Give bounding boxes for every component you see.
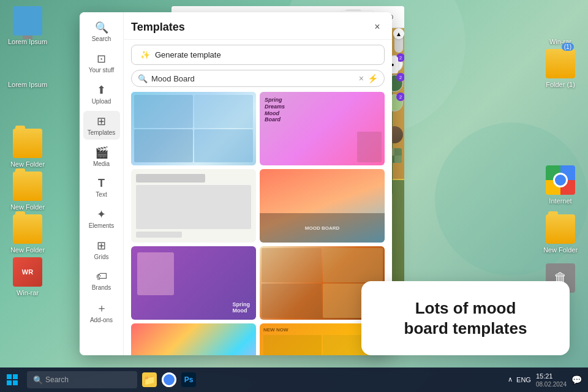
desktop-icon-lorem1[interactable]: Lorem Ipsum: [6, 49, 49, 89]
tooltip-line2: board templates: [404, 319, 527, 337]
template-thumb-4[interactable]: MOOD BOARD: [260, 169, 385, 243]
folder-stack-label: Folder (1): [546, 81, 575, 89]
taskbar-chrome-icon[interactable]: [162, 372, 176, 387]
folder3-label: New Folder: [10, 246, 45, 254]
desktop-icon-folder2[interactable]: New Folder: [6, 172, 49, 211]
tooltip-text: Lots of mood board templates: [404, 299, 527, 337]
desktop-icon-lorem2[interactable]: New Folder: [6, 129, 49, 168]
desktop-icon-folder-stack[interactable]: Folder (1): [539, 49, 582, 89]
lorem1-label: Lorem Ipsum: [8, 81, 47, 89]
template-thumb-5[interactable]: SpringMood: [131, 246, 256, 320]
sidebar-label-text: Text: [96, 191, 107, 198]
addons-icon: ＋: [96, 301, 107, 315]
sidebar-item-templates[interactable]: ⊞ Templates: [83, 111, 120, 140]
swatch-badge-3: 2: [396, 92, 404, 101]
desktop-icon-folder-r2[interactable]: New Folder: [539, 214, 582, 254]
taskbar-search[interactable]: 🔍 Search: [27, 371, 137, 388]
date-display: 08.02.2024: [536, 381, 567, 388]
svg-rect-1: [13, 374, 18, 379]
winrar-label: Win-rar: [17, 289, 39, 297]
taskbar-tray: ∧ ENG: [508, 375, 531, 383]
filter-icon[interactable]: ⚡: [368, 74, 378, 83]
desktop-icon-monitor[interactable]: Lorem Ipsum: [6, 6, 49, 46]
taskbar-folder-icon[interactable]: 📁: [142, 372, 157, 387]
generate-icon: ✨: [140, 50, 150, 59]
language-indicator: ENG: [516, 376, 531, 383]
folder-stack-icon: [546, 49, 575, 78]
generate-template-button[interactable]: ✨ Generate template: [131, 45, 385, 65]
desktop-icon-winrar-r[interactable]: Win-rar: [539, 6, 582, 46]
search-input[interactable]: [151, 74, 355, 83]
sidebar-label-search: Search: [92, 36, 111, 42]
panel-close-button[interactable]: ×: [370, 20, 385, 34]
sidebar-item-media[interactable]: 🎬 Media: [83, 142, 120, 171]
search-bar: 🔍 × ⚡: [131, 70, 385, 87]
folder1-label: New Folder: [10, 160, 45, 168]
windows-icon: [7, 374, 18, 385]
clock: 15:21 08.02.2024: [536, 372, 567, 387]
swatch-badge-2: 2: [396, 73, 404, 81]
tooltip-line1: Lots of mood: [415, 299, 516, 317]
templates-main: Templates × ✨ Generate template 🔍 × ⚡: [124, 12, 392, 355]
svg-rect-3: [13, 380, 18, 385]
winrar-multi-icon-1: [13, 49, 42, 78]
tray-arrow[interactable]: ∧: [508, 375, 513, 383]
sidebar-item-brands[interactable]: 🏷 Brands: [83, 266, 120, 295]
taskbar-right: ∧ ENG 15:21 08.02.2024 💬: [508, 372, 588, 387]
notification-icon[interactable]: 💬: [571, 375, 582, 385]
search-clear-button[interactable]: ×: [359, 74, 364, 83]
templates-panel: 🔍 Search ⊡ Your stuff ⬆ Upload ⊞ Templat…: [80, 12, 392, 355]
sidebar-item-text[interactable]: T Text: [83, 173, 120, 202]
sidebar-item-search[interactable]: 🔍 Search: [83, 17, 120, 46]
template-thumb-3[interactable]: [131, 169, 256, 243]
desktop-icon-folder3[interactable]: New Folder: [6, 214, 49, 254]
winrar-icon-left: WR: [13, 257, 42, 287]
sidebar: 🔍 Search ⊡ Your stuff ⬆ Upload ⊞ Templat…: [80, 12, 124, 355]
grids-icon: ⊞: [97, 239, 106, 252]
internet-label: Internet: [549, 197, 571, 205]
start-button[interactable]: [0, 368, 24, 392]
tooltip-bubble: Lots of mood board templates: [361, 281, 570, 355]
sidebar-label-templates: Templates: [88, 129, 116, 136]
template-thumb-2[interactable]: SpringDreamsMoodBoard: [260, 92, 385, 165]
media-icon: 🎬: [95, 146, 108, 159]
sidebar-label-grids: Grids: [94, 254, 109, 260]
sidebar-label-elements: Elements: [89, 222, 115, 229]
folder-icon-r2: [546, 214, 575, 244]
template-thumb-1[interactable]: [131, 92, 256, 165]
monitor-icon: [13, 6, 42, 36]
yourstuff-icon: ⊡: [97, 52, 106, 66]
scroll-up-button[interactable]: ▲: [393, 28, 404, 39]
desktop-icon-winrar[interactable]: WR Win-rar: [6, 257, 49, 297]
sidebar-item-upload[interactable]: ⬆ Upload: [83, 80, 120, 108]
time-display: 15:21: [536, 372, 567, 380]
templates-grid: SpringDreamsMoodBoard MOOD BOARD: [124, 92, 392, 355]
text-icon: T: [98, 177, 105, 190]
template-thumb-7[interactable]: InspirationalMood Board: [131, 323, 256, 355]
search-bar-icon: 🔍: [138, 74, 148, 83]
sidebar-label-yourstuff: Your stuff: [89, 67, 115, 74]
sidebar-label-upload: Upload: [92, 98, 111, 105]
elements-icon: ✦: [97, 208, 106, 221]
sidebar-item-grids[interactable]: ⊞ Grids: [83, 235, 120, 264]
taskbar-search-icon: 🔍: [33, 375, 43, 385]
sidebar-label-media: Media: [93, 160, 110, 167]
folder-icon-2: [13, 172, 42, 201]
upload-icon: ⬆: [97, 83, 106, 97]
close-icon: ×: [374, 21, 380, 32]
folder-r2-label: New Folder: [543, 246, 578, 254]
sidebar-item-addons[interactable]: ＋ Add-ons: [83, 297, 120, 327]
templates-icon: ⊞: [97, 115, 106, 128]
templates-panel-window: 🔍 Search ⊡ Your stuff ⬆ Upload ⊞ Templat…: [80, 12, 392, 355]
folder-icon-3: [13, 214, 42, 244]
sidebar-item-elements[interactable]: ✦ Elements: [83, 204, 120, 233]
taskbar-app-icons: 📁 Ps: [142, 372, 196, 387]
sidebar-label-addons: Add-ons: [90, 317, 113, 323]
brands-icon: 🏷: [96, 270, 107, 283]
sidebar-item-yourstuff[interactable]: ⊡ Your stuff: [83, 48, 120, 77]
templates-header: Templates ×: [124, 12, 392, 40]
taskbar-ps-icon[interactable]: Ps: [181, 372, 196, 387]
winrar-multi-icon-r: [546, 6, 575, 36]
folder2-label: New Folder: [10, 203, 45, 211]
desktop-icon-internet[interactable]: Internet: [539, 165, 582, 205]
